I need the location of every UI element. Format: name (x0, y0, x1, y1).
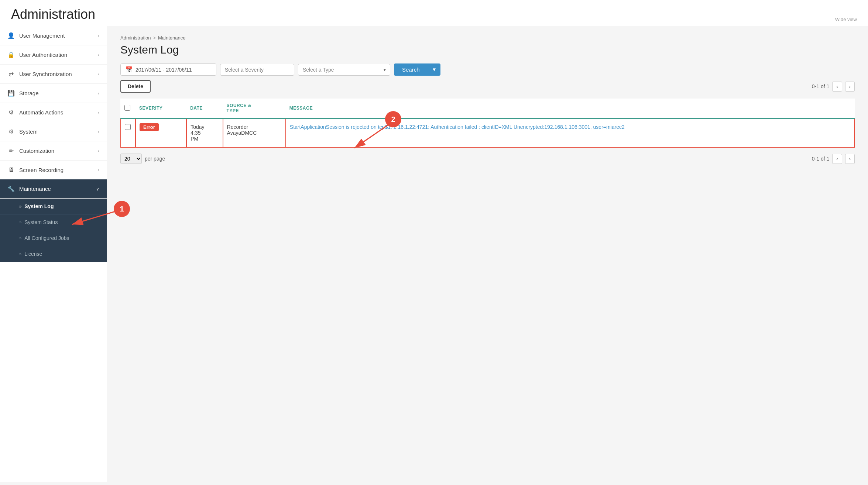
sidebar-subitem-license[interactable]: » License (0, 246, 107, 262)
app-title: Administration (11, 7, 95, 22)
sidebar-item-label: Maintenance (19, 186, 51, 192)
row-checkbox-cell (121, 118, 135, 148)
chevron-icon: ‹ (98, 91, 99, 96)
calendar-icon: 📅 (125, 66, 133, 73)
user-auth-icon: 🔒 (7, 51, 15, 58)
chevron-icon: ‹ (98, 110, 99, 115)
layout: 1 2 👤 User Management ‹ 🔒 User Authentic… (0, 26, 868, 482)
sidebar-item-system[interactable]: ⚙ System ‹ (0, 122, 107, 141)
per-page-label: per page (145, 156, 165, 162)
chevron-icon: ‹ (98, 129, 99, 134)
breadcrumb-current: Maintenance (158, 35, 185, 41)
filter-bar: 📅 2017/06/11 - 2017/06/11 Select a Type … (120, 63, 855, 76)
row-checkbox[interactable] (125, 124, 131, 130)
sidebar-item-customization[interactable]: ✏ Customization ‹ (0, 141, 107, 161)
type-filter[interactable]: Select a Type (298, 64, 390, 76)
subitem-label: System Status (24, 219, 58, 225)
row-date: Today 4:35 PM (186, 118, 223, 148)
chevron-icon: ‹ (98, 167, 99, 172)
row-severity: Error (135, 118, 186, 148)
delete-button[interactable]: Delete (120, 80, 151, 93)
sidebar-item-maintenance[interactable]: 🔧 Maintenance ∨ (0, 179, 107, 199)
wide-view-button[interactable]: Wide view (835, 17, 857, 22)
sidebar: 👤 User Management ‹ 🔒 User Authenticatio… (0, 26, 107, 482)
chevron-down-icon: ∨ (96, 186, 99, 192)
log-table: SEVERITY DATE SOURCE &TYPE MESSAGE Error… (120, 99, 855, 148)
page-title: System Log (120, 44, 855, 56)
breadcrumb-separator: > (153, 35, 156, 41)
sidebar-subitem-system-status[interactable]: » System Status (0, 214, 107, 230)
chevron-icon: ‹ (98, 148, 99, 154)
sidebar-item-storage[interactable]: 💾 Storage ‹ (0, 84, 107, 103)
subitem-arrow-icon: » (19, 252, 21, 256)
storage-icon: 💾 (7, 90, 15, 97)
pagination-info-bottom: 0-1 of 1 (812, 156, 829, 162)
sidebar-item-label: User Synchronization (19, 71, 72, 77)
subitem-arrow-icon: » (19, 220, 21, 224)
table-header-checkbox (121, 99, 135, 118)
subitem-label: License (24, 251, 42, 257)
sidebar-item-user-synchronization[interactable]: ⇄ User Synchronization ‹ (0, 65, 107, 84)
sidebar-subitems: » System Log » System Status » All Confi… (0, 199, 107, 262)
per-page: 10 20 50 100 per page (120, 154, 165, 164)
user-sync-icon: ⇄ (7, 70, 15, 78)
sidebar-subitem-system-log[interactable]: » System Log (0, 199, 107, 214)
sidebar-item-automatic-actions[interactable]: ⚙ Automatic Actions ‹ (0, 103, 107, 122)
sidebar-item-label: User Management (19, 32, 65, 39)
bottom-bar: 10 20 50 100 per page 0-1 of 1 ‹ › (120, 154, 855, 164)
pagination-bottom: 0-1 of 1 ‹ › (812, 154, 855, 164)
sidebar-item-screen-recording[interactable]: 🖥 Screen Recording ‹ (0, 161, 107, 179)
sidebar-item-label: Storage (19, 90, 39, 96)
sidebar-item-label: Automatic Actions (19, 109, 63, 116)
date-range-value: 2017/06/11 - 2017/06/11 (135, 67, 192, 73)
search-button[interactable]: Search (394, 63, 428, 76)
user-management-icon: 👤 (7, 32, 15, 39)
subitem-label: System Log (24, 203, 54, 209)
sidebar-item-user-authentication[interactable]: 🔒 User Authentication ‹ (0, 45, 107, 65)
next-page-button-bottom[interactable]: › (845, 154, 855, 164)
severity-filter[interactable] (220, 64, 294, 76)
subitem-arrow-icon: » (19, 204, 21, 209)
chevron-icon: ‹ (98, 33, 99, 38)
type-filter-wrapper: Select a Type (298, 64, 390, 76)
sidebar-item-label: System (19, 128, 38, 135)
subitem-arrow-icon: » (19, 236, 21, 240)
date-filter[interactable]: 📅 2017/06/11 - 2017/06/11 (120, 63, 216, 76)
top-bar: Administration Wide view (0, 0, 868, 26)
breadcrumb-parent: Administration (120, 35, 151, 41)
customization-icon: ✏ (7, 147, 15, 154)
table-header-message: MESSAGE (286, 99, 854, 118)
prev-page-button-top[interactable]: ‹ (832, 82, 842, 92)
pagination-top: 0-1 of 1 ‹ › (812, 82, 855, 92)
sidebar-item-label: Customization (19, 148, 54, 154)
next-page-button-top[interactable]: › (845, 82, 855, 92)
chevron-icon: ‹ (98, 72, 99, 77)
sidebar-item-label: Screen Recording (19, 167, 64, 173)
pagination-info-top: 0-1 of 1 (812, 83, 829, 89)
sidebar-item-user-management[interactable]: 👤 User Management ‹ (0, 26, 107, 45)
screen-recording-icon: 🖥 (7, 166, 15, 173)
per-page-select[interactable]: 10 20 50 100 (120, 154, 142, 164)
auto-actions-icon: ⚙ (7, 109, 15, 116)
search-btn-group: Search ▼ (394, 63, 440, 76)
breadcrumb: Administration > Maintenance (120, 35, 855, 41)
sidebar-item-label: User Authentication (19, 52, 67, 58)
system-icon: ⚙ (7, 128, 15, 135)
maintenance-icon: 🔧 (7, 185, 15, 192)
chevron-icon: ‹ (98, 52, 99, 58)
prev-page-button-bottom[interactable]: ‹ (832, 154, 842, 164)
severity-badge: Error (140, 123, 159, 131)
table-header-date: DATE (186, 99, 223, 118)
table-row: Error Today 4:35 PM Recorder AvayaDMCC S… (121, 118, 854, 148)
message-text: StartApplicationSession is rejected on t… (290, 124, 625, 130)
main-content: Administration > Maintenance System Log … (107, 26, 868, 482)
sidebar-subitem-all-configured-jobs[interactable]: » All Configured Jobs (0, 230, 107, 246)
subitem-label: All Configured Jobs (24, 235, 69, 241)
row-message: StartApplicationSession is rejected on t… (286, 118, 854, 148)
row-source: Recorder AvayaDMCC (223, 118, 286, 148)
table-header-severity: SEVERITY (135, 99, 186, 118)
actions-row: Delete 0-1 of 1 ‹ › (120, 80, 855, 93)
search-dropdown-button[interactable]: ▼ (428, 63, 440, 76)
table-header-source-type: SOURCE &TYPE (223, 99, 286, 118)
select-all-checkbox[interactable] (124, 105, 130, 111)
